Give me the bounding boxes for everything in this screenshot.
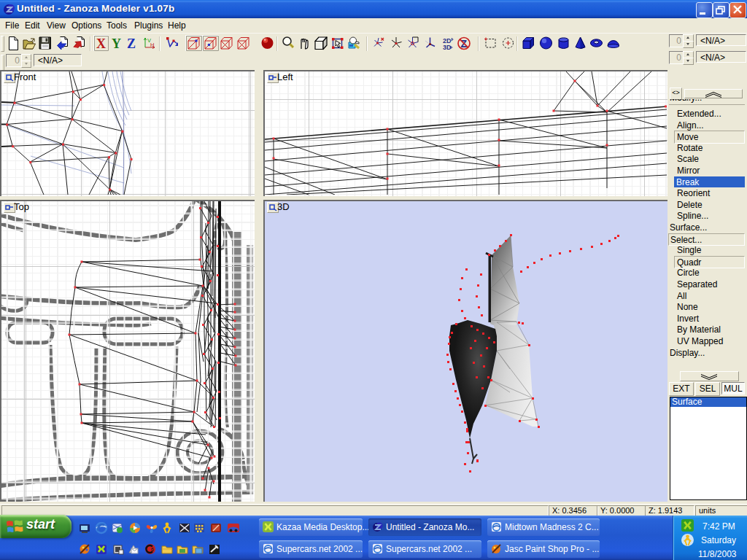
svg-text:6: 6: [151, 547, 154, 552]
svg-text:H: H: [150, 42, 154, 48]
svg-text:Z: Z: [127, 36, 136, 51]
svg-text:Y: Y: [112, 36, 121, 51]
svg-text:X: X: [96, 36, 106, 51]
